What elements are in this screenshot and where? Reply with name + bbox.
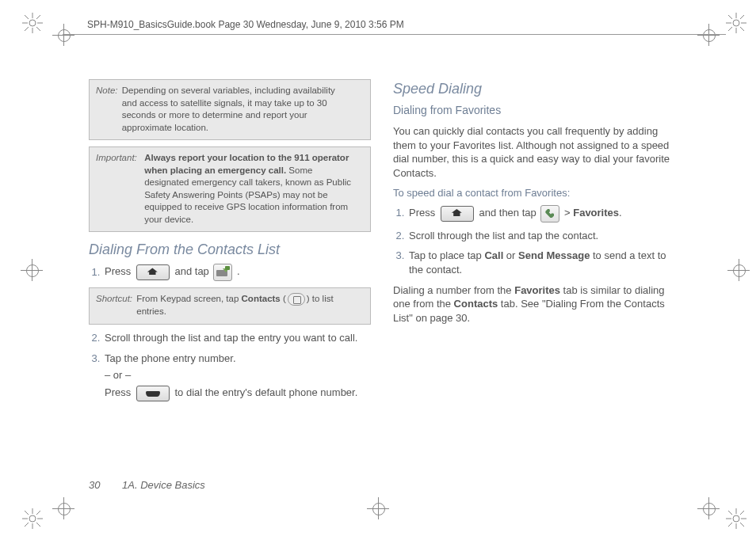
contacts-step-3: Tap the phone entry number. – or – Press… <box>103 352 371 401</box>
header-doc-stamp: SPH-M910_BasicsGuide.book Page 30 Wednes… <box>87 19 404 30</box>
favorites-intro: You can quickly dial contacts you call f… <box>393 124 675 180</box>
favorites-step-1: Press and then tap > Favorites. <box>407 205 675 222</box>
contacts-steps: Press and tap . <box>89 264 371 281</box>
header-rule <box>63 34 726 35</box>
sub-heading-favorites: Dialing from Favorites <box>393 103 675 118</box>
or-divider: – or – <box>105 368 371 382</box>
right-column: Speed Dialing Dialing from Favorites You… <box>393 79 675 408</box>
contacts-softkey-icon <box>288 293 305 306</box>
phone-app-icon <box>540 205 559 222</box>
note-label: Note: <box>96 85 118 97</box>
note-callout: Note: Depending on several variables, in… <box>89 79 371 140</box>
contacts-step-1: Press and tap . <box>103 264 371 281</box>
shortcut-callout: Shortcut: From Keypad screen, tap Contac… <box>89 287 371 325</box>
favorites-step-2: Scroll through the list and tap the cont… <box>407 229 675 243</box>
note-text: Depending on several variables, includin… <box>122 85 344 134</box>
registration-mark-icon <box>724 507 748 530</box>
crop-mark-icon <box>727 259 750 281</box>
section-heading-dialing-contacts: Dialing From the Contacts List <box>89 240 371 259</box>
registration-mark-icon <box>21 507 44 530</box>
contacts-step-3-alt: Press to dial the entry's default phone … <box>105 386 371 401</box>
important-callout: Important: Always report your location t… <box>89 146 371 232</box>
section-heading-speed-dialing: Speed Dialing <box>393 79 675 98</box>
important-text: Always report your location to the 911 o… <box>144 152 357 226</box>
important-bold: Always report your location to the 911 o… <box>144 153 349 175</box>
shortcut-text: From Keypad screen, tap Contacts () to l… <box>136 293 352 318</box>
registration-mark-icon <box>724 11 748 35</box>
page-content: Note: Depending on several variables, in… <box>89 79 675 491</box>
chapter-title: 1A. Device Basics <box>122 479 205 491</box>
home-key-icon <box>136 264 170 280</box>
crop-mark-icon <box>367 497 389 519</box>
crop-mark-icon <box>52 497 74 519</box>
crop-mark-icon <box>697 24 720 46</box>
contacts-app-icon <box>213 264 232 281</box>
page-footer: 30 1A. Device Basics <box>89 479 205 491</box>
important-label: Important: <box>96 152 140 165</box>
favorites-lead: To speed dial a contact from Favorites: <box>393 186 675 200</box>
left-column: Note: Depending on several variables, in… <box>89 79 371 408</box>
home-key-icon <box>441 206 474 222</box>
contacts-step-2: Scroll through the list and tap the entr… <box>103 331 371 345</box>
call-key-icon <box>136 386 170 401</box>
registration-mark-icon <box>21 11 44 35</box>
page-number: 30 <box>89 479 100 491</box>
favorites-step-3: Tap to place tap Call or Send Message to… <box>407 249 675 276</box>
favorites-tail: Dialing a number from the Favorites tab … <box>393 283 675 325</box>
crop-mark-icon <box>21 259 43 281</box>
crop-mark-icon <box>52 24 74 46</box>
shortcut-label: Shortcut: <box>96 293 132 306</box>
contacts-steps-cont: Scroll through the list and tap the entr… <box>89 331 371 401</box>
favorites-steps: Press and then tap > Favorites. Scroll t… <box>393 205 675 277</box>
crop-mark-icon <box>697 497 720 519</box>
